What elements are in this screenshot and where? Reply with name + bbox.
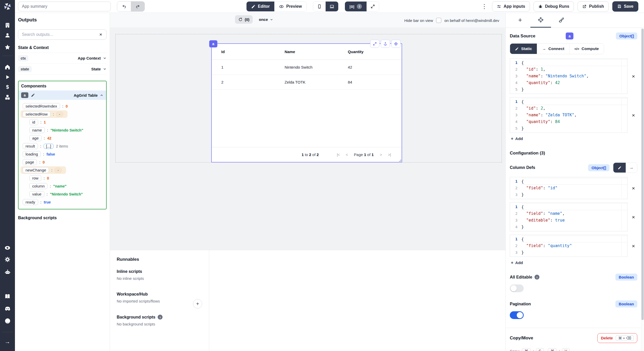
editor-tab[interactable]: Editor	[247, 2, 274, 11]
table-cell[interactable]: Zelda TOTK	[275, 80, 338, 84]
output-prop-row[interactable]: id : 1	[27, 118, 50, 126]
table-cell[interactable]: 2	[212, 80, 275, 84]
output-prop-row[interactable]: value : "Nintendo Switch"	[27, 190, 87, 198]
prop-key[interactable]: row	[29, 175, 41, 181]
tab-component-settings[interactable]	[530, 13, 551, 28]
prop-key[interactable]: result	[23, 143, 38, 149]
info-icon[interactable]: i	[535, 275, 539, 280]
next-page-button[interactable]: >	[380, 152, 382, 157]
info-icon[interactable]: i	[158, 315, 163, 320]
column-header[interactable]: Name	[275, 50, 338, 54]
sidebar-item-users[interactable]	[0, 32, 15, 38]
type-pill[interactable]: Object[]	[588, 164, 609, 171]
remove-item-button[interactable]: ×	[630, 214, 637, 220]
remove-item-button[interactable]: ×	[630, 185, 637, 191]
windmill-logo[interactable]	[0, 0, 15, 13]
inspector-scrollbar[interactable]	[641, 28, 644, 351]
table-cell[interactable]: 42	[338, 65, 402, 69]
desktop-view-button[interactable]	[326, 2, 338, 11]
tab-insert-component[interactable]: +	[510, 13, 530, 28]
clear-search-button[interactable]: ×	[97, 31, 104, 38]
json-editor[interactable]: 1{2 "id": 2,3 "name": "Zelda TOTK",4 "qu…	[510, 97, 628, 133]
prop-key[interactable]: column	[29, 183, 47, 189]
table-cell[interactable]: Nintendo Switch	[275, 65, 338, 69]
type-pill[interactable]: Boolean	[615, 274, 637, 281]
remove-item-button[interactable]: ×	[630, 243, 637, 249]
column-header[interactable]: Quantity	[338, 50, 402, 54]
edit-mode-button[interactable]	[613, 163, 626, 173]
component-id-badge[interactable]: a	[21, 92, 28, 98]
refresh-schedule-dropdown[interactable]: once	[259, 17, 273, 22]
add-background-script-button[interactable]: +	[193, 299, 202, 308]
sidebar-item-settings[interactable]	[0, 256, 15, 263]
hide-bar-checkbox[interactable]	[436, 18, 441, 23]
scrollbar-thumb[interactable]	[641, 29, 644, 320]
sidebar-item-ai[interactable]	[0, 269, 15, 275]
prop-key[interactable]: value	[29, 191, 44, 197]
fullscreen-button[interactable]	[367, 2, 379, 11]
resize-handle[interactable]	[399, 159, 401, 161]
output-prop-row[interactable]: selectedRowIndex : 0	[21, 102, 72, 110]
output-prop-row[interactable]: loading : false	[21, 150, 60, 158]
tab-styling[interactable]	[551, 13, 572, 28]
add-data-item-button[interactable]: + Add	[511, 136, 523, 141]
sidebar-item-resources[interactable]	[0, 94, 15, 100]
json-editor[interactable]: 1{2 "id": 1,3 "name": "Nintendo Switch",…	[510, 58, 628, 94]
redo-button[interactable]	[131, 2, 145, 11]
output-prop-row[interactable]: column : "name"	[27, 182, 71, 190]
anchor-component-button[interactable]	[381, 40, 390, 48]
prop-key[interactable]: page	[23, 159, 37, 165]
component-id-badge[interactable]: a	[209, 40, 217, 47]
prev-page-button[interactable]: <	[346, 152, 348, 157]
table-cell[interactable]: 84	[338, 80, 402, 84]
prop-key[interactable]: name	[29, 127, 45, 133]
output-prop-row[interactable]: name : "Nintendo Switch"	[27, 126, 88, 134]
search-outputs-input[interactable]	[18, 29, 107, 40]
collapse-sidebar-button[interactable]: →	[0, 339, 15, 345]
table-row[interactable]: 2 Zelda TOTK 84	[212, 75, 402, 90]
app-inputs-button[interactable]: App inputs	[492, 1, 530, 12]
state-value[interactable]: State	[91, 67, 107, 71]
sidebar-item-runs[interactable]	[0, 74, 15, 80]
more-menu-button[interactable]: ⋮	[480, 3, 488, 10]
mode-compute[interactable]: </> Compute	[569, 44, 604, 54]
move-component-button[interactable]	[391, 40, 401, 48]
table-cell[interactable]: 1	[212, 65, 275, 69]
debug-runs-button[interactable]: Debug Runs	[533, 1, 574, 12]
output-prop-row[interactable]: row : 0	[27, 174, 53, 182]
table-row[interactable]: 1 Nintendo Switch 42	[212, 60, 402, 75]
sidebar-item-favorites[interactable]	[0, 44, 15, 50]
json-editor[interactable]: 1{2 "field": "id"3}	[510, 177, 628, 199]
type-pill[interactable]: Boolean	[615, 300, 637, 307]
pagination-toggle[interactable]	[510, 311, 524, 319]
prop-key[interactable]: age	[29, 135, 41, 141]
output-prop-row[interactable]: age : 42	[27, 134, 56, 142]
output-prop-row[interactable]: ready : true	[21, 198, 55, 206]
component-type[interactable]: AgGrid Table	[74, 93, 104, 97]
mobile-view-button[interactable]	[313, 2, 326, 11]
sidebar-item-docs[interactable]	[0, 293, 15, 299]
add-column-def-button[interactable]: + Add	[511, 260, 523, 265]
mode-connect[interactable]: → Connect	[537, 44, 569, 54]
column-header[interactable]: Id	[212, 50, 275, 54]
output-prop-row[interactable]: result : [...] 2 items	[21, 142, 70, 150]
publish-button[interactable]: Publish	[578, 1, 609, 12]
json-editor[interactable]: 1{2 "field": "quantity"3}	[510, 235, 628, 257]
aggrid-table-component[interactable]: a	[211, 43, 402, 162]
pencil-icon[interactable]	[31, 93, 35, 97]
sidebar-item-discord[interactable]	[0, 305, 15, 312]
prop-key[interactable]: id	[29, 119, 38, 125]
undo-button[interactable]	[117, 2, 131, 11]
refresh-count-button[interactable]: (0)	[235, 15, 253, 24]
all-editable-toggle[interactable]	[510, 284, 524, 292]
last-page-button[interactable]: >|	[388, 152, 391, 157]
expand-component-button[interactable]	[370, 40, 379, 48]
prop-key[interactable]: selectedRow	[23, 111, 50, 117]
app-summary-input[interactable]	[18, 2, 111, 11]
type-pill[interactable]: Object[]	[616, 32, 637, 39]
sidebar-item-github[interactable]	[0, 318, 15, 324]
output-prop-row[interactable]: selectedRow : -	[21, 110, 67, 118]
sidebar-item-audit[interactable]	[0, 245, 15, 251]
prop-key[interactable]: selectedRowIndex	[23, 103, 60, 109]
save-button[interactable]: Save	[612, 1, 638, 12]
